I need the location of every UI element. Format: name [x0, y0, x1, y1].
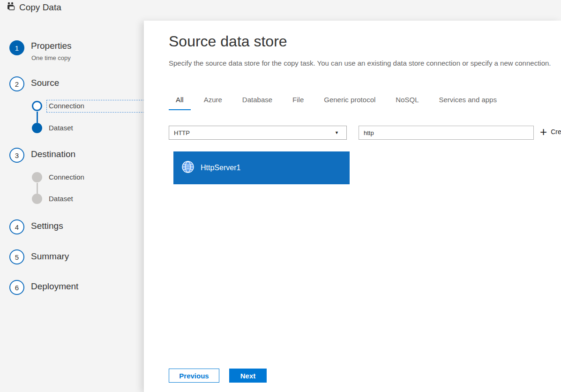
- connection-name: HttpServer1: [201, 164, 240, 172]
- tab-file[interactable]: File: [285, 91, 311, 110]
- tab-services-and-apps[interactable]: Services and apps: [432, 91, 504, 110]
- substep-circle-destination-connection[interactable]: [32, 172, 42, 182]
- step-circle-settings[interactable]: 4: [9, 219, 24, 234]
- caret-down-icon: ▼: [335, 130, 339, 135]
- tab-generic-protocol[interactable]: Generic protocol: [317, 91, 382, 110]
- tab-database[interactable]: Database: [235, 91, 279, 110]
- tab-azure[interactable]: Azure: [197, 91, 229, 110]
- step-label-properties[interactable]: Properties: [31, 41, 72, 51]
- connection-search-input[interactable]: [359, 126, 534, 140]
- step-label-summary[interactable]: Summary: [31, 251, 69, 262]
- connection-item-httpserver1[interactable]: HttpServer1: [173, 151, 350, 184]
- category-tabs: All Azure Database File Generic protocol…: [169, 91, 510, 110]
- create-new-connection-label: Create new connection: [551, 128, 561, 136]
- wizard-footer: Previous Next: [169, 369, 267, 383]
- copy-data-icon: [7, 2, 15, 13]
- step-sublabel-properties: One time copy: [31, 54, 71, 61]
- step-circle-summary[interactable]: 5: [9, 249, 24, 264]
- connector-type-value: HTTP: [174, 129, 335, 136]
- substep-label-source-dataset[interactable]: Dataset: [49, 124, 73, 132]
- tab-nosql[interactable]: NoSQL: [389, 91, 426, 110]
- step-label-settings[interactable]: Settings: [31, 221, 63, 231]
- page-subtitle: Specify the source data store for the co…: [169, 59, 551, 67]
- substep-label-destination-dataset[interactable]: Dataset: [49, 195, 73, 203]
- copy-data-wizard: Copy Data 1 Properties One time copy 2 S…: [0, 0, 561, 392]
- substep-label-destination-connection[interactable]: Connection: [49, 173, 84, 181]
- step-circle-destination[interactable]: 3: [9, 148, 24, 163]
- create-new-connection-button[interactable]: + Create new connection: [540, 124, 561, 140]
- step-circle-source[interactable]: 2: [9, 76, 24, 91]
- step-label-deployment[interactable]: Deployment: [31, 281, 78, 292]
- substep-circle-source-dataset[interactable]: [32, 123, 42, 133]
- source-data-store-panel: Source data store Specify the source dat…: [144, 21, 561, 392]
- step-label-source[interactable]: Source: [31, 78, 59, 88]
- substep-circle-destination-dataset[interactable]: [32, 194, 42, 204]
- next-button[interactable]: Next: [229, 369, 267, 383]
- app-title: Copy Data: [19, 2, 61, 13]
- previous-button[interactable]: Previous: [169, 369, 219, 383]
- connector-source: [37, 112, 38, 123]
- page-title: Source data store: [169, 33, 287, 50]
- http-connection-icon: [182, 161, 194, 175]
- connector-type-dropdown[interactable]: HTTP ▼: [169, 126, 347, 140]
- step-circle-deployment[interactable]: 6: [9, 280, 24, 295]
- tab-all[interactable]: All: [169, 91, 191, 110]
- step-circle-properties[interactable]: 1: [9, 40, 24, 55]
- step-label-destination[interactable]: Destination: [31, 149, 75, 159]
- app-header: Copy Data: [7, 2, 61, 13]
- substep-label-source-connection[interactable]: Connection: [49, 102, 84, 110]
- connector-destination: [37, 183, 38, 194]
- substep-circle-source-connection[interactable]: [32, 101, 42, 111]
- plus-icon: +: [540, 126, 547, 138]
- connection-list: HttpServer1: [173, 151, 350, 184]
